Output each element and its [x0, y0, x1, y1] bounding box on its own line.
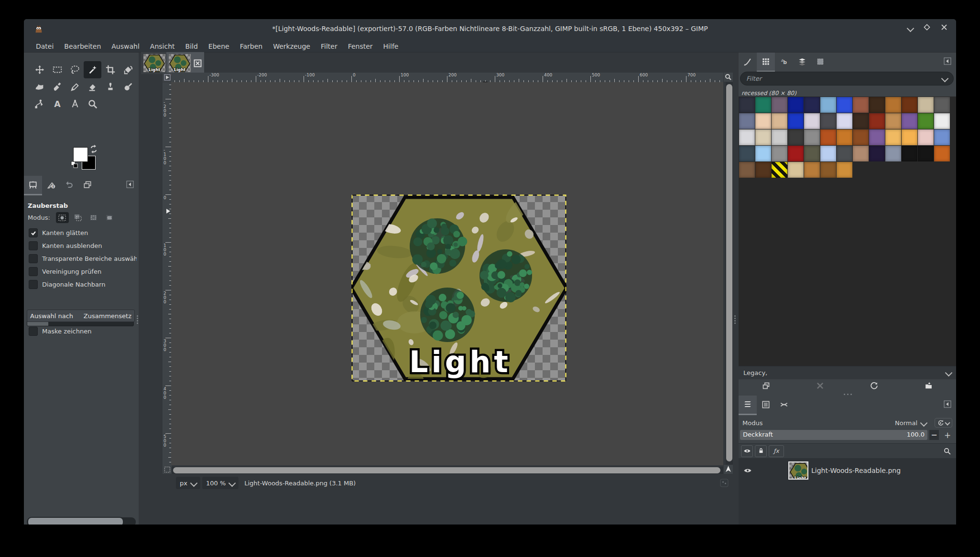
pattern-swatch[interactable]	[788, 97, 804, 113]
pattern-swatch[interactable]	[739, 129, 755, 145]
pattern-swatch[interactable]	[820, 162, 836, 178]
pattern-swatch[interactable]	[772, 162, 787, 178]
canvas-viewport[interactable]: Light	[171, 82, 723, 465]
pattern-swatch[interactable]	[885, 113, 901, 129]
navigation-icon[interactable]	[724, 465, 733, 474]
menu-item-hilfe[interactable]: Hilfe	[378, 43, 404, 50]
collapse-dock-icon[interactable]	[126, 181, 134, 188]
horizontal-ruler[interactable]: -400-300-200-100010020030040050060070080…	[171, 73, 723, 83]
checkbox-diagonale-nachbarn[interactable]: Diagonale Nachbarn	[29, 278, 137, 291]
menu-item-ebene[interactable]: Ebene	[203, 43, 235, 50]
pattern-swatch[interactable]	[755, 162, 771, 178]
panel-splitter-handle[interactable]	[733, 314, 737, 325]
tab-layers[interactable]	[739, 396, 757, 415]
pattern-swatch[interactable]	[934, 97, 950, 113]
mode-switch-button[interactable]	[935, 418, 952, 428]
tool-dodge-burn-icon[interactable]	[119, 78, 137, 96]
tool-free-select-icon[interactable]	[66, 61, 84, 78]
pattern-swatch[interactable]	[885, 146, 901, 161]
tool-paths-icon[interactable]	[31, 96, 48, 113]
pattern-swatch[interactable]	[739, 97, 755, 113]
pattern-swatch[interactable]	[885, 129, 901, 145]
mode-replace-button[interactable]	[56, 212, 69, 223]
pattern-swatch[interactable]	[902, 97, 917, 113]
draw-mask-checkbox[interactable]: Maske zeichnen	[29, 325, 135, 338]
pattern-swatch[interactable]	[902, 129, 917, 145]
pattern-swatch[interactable]	[853, 113, 869, 129]
tab-fonts[interactable]: ab	[775, 53, 793, 71]
ruler-origin-icon[interactable]	[163, 73, 172, 82]
pattern-swatch[interactable]	[788, 113, 804, 129]
collapse-dock-icon[interactable]	[944, 57, 951, 65]
checkbox-kanten-gl-tten[interactable]: Kanten glätten	[29, 226, 137, 239]
tab-patterns[interactable]	[757, 53, 775, 72]
tab-tool-options[interactable]	[24, 176, 42, 195]
pattern-swatch[interactable]	[934, 146, 950, 161]
tab-undo-history[interactable]	[60, 176, 78, 194]
pattern-swatch[interactable]	[772, 113, 787, 129]
mode-add-button[interactable]	[72, 212, 85, 223]
tool-fuzzy-select-icon[interactable]	[84, 61, 101, 78]
layer-thumbnail[interactable]: Light	[789, 462, 807, 479]
pattern-swatch[interactable]	[804, 162, 820, 178]
titlebar[interactable]: *[Light-Woods-Readable] (exportiert)-57.…	[24, 19, 956, 40]
pattern-swatch[interactable]	[918, 97, 934, 113]
image-tab-inactive[interactable]: Light	[141, 52, 168, 74]
pattern-swatch[interactable]	[804, 97, 820, 113]
pattern-swatch[interactable]	[739, 113, 755, 129]
pattern-swatch[interactable]	[869, 113, 885, 129]
swap-colors-icon[interactable]	[89, 145, 98, 153]
opacity-increase-button[interactable]: +	[943, 430, 952, 440]
tab-pattern-single[interactable]	[811, 53, 829, 71]
menu-item-bearbeiten[interactable]: Bearbeiten	[59, 43, 106, 50]
pattern-swatch[interactable]	[804, 146, 820, 161]
open-pattern-folder-icon[interactable]	[925, 382, 933, 390]
pattern-swatch[interactable]	[820, 113, 836, 129]
pattern-swatch[interactable]	[739, 162, 755, 178]
tool-move-icon[interactable]	[31, 61, 48, 78]
layer-visibility-icon[interactable]	[743, 466, 752, 475]
menu-item-auswahl[interactable]: Auswahl	[106, 43, 145, 50]
checkbox-vereinigung-pr-fen[interactable]: Vereinigung prüfen	[29, 265, 137, 278]
pattern-swatch[interactable]	[837, 113, 852, 129]
menu-item-datei[interactable]: Datei	[31, 43, 59, 50]
default-colors-icon[interactable]	[71, 161, 78, 169]
menu-item-bild[interactable]: Bild	[180, 43, 203, 50]
pattern-collection-dropdown[interactable]: Legacy,	[739, 366, 956, 379]
tool-pencil-icon[interactable]	[66, 78, 84, 96]
delete-pattern-icon[interactable]	[817, 382, 824, 389]
canvas-image[interactable]: Light	[351, 194, 566, 382]
menu-item-fenster[interactable]: Fenster	[343, 43, 378, 50]
checkbox-transparente-bereiche-ausw-hl[interactable]: Transparente Bereiche auswähl	[29, 252, 137, 265]
pattern-swatch[interactable]	[772, 129, 787, 145]
pattern-swatch[interactable]	[869, 146, 885, 161]
pattern-swatch[interactable]	[788, 129, 804, 145]
zoom-dropdown[interactable]: 100 %	[202, 477, 239, 489]
mode-subtract-button[interactable]	[87, 212, 100, 223]
layer-row[interactable]: Light Light-Woods-Readable.png	[739, 461, 956, 480]
pattern-swatch[interactable]	[820, 129, 836, 145]
unit-dropdown[interactable]: px	[176, 477, 200, 489]
tab-images[interactable]	[78, 176, 97, 194]
tool-text-icon[interactable]: A	[48, 96, 66, 113]
tab-channels[interactable]	[757, 396, 775, 414]
menu-item-farben[interactable]: Farben	[235, 43, 268, 50]
pattern-swatch[interactable]	[837, 97, 852, 113]
pattern-swatch[interactable]	[772, 97, 787, 113]
toolbox-scrollbar[interactable]	[27, 517, 136, 525]
close-button[interactable]	[941, 24, 947, 33]
layer-name[interactable]: Light-Woods-Readable.png	[811, 467, 901, 474]
pattern-swatch[interactable]	[788, 146, 804, 161]
horizontal-scrollbar[interactable]	[171, 467, 723, 474]
tool-zoom-icon[interactable]	[84, 96, 101, 113]
tool-measure-icon[interactable]	[66, 96, 84, 113]
pattern-swatch[interactable]	[934, 129, 950, 145]
select-by-dropdown[interactable]: Auswahl nach Zusammensetz	[27, 310, 135, 322]
foreground-color-swatch[interactable]	[73, 147, 88, 162]
duplicate-pattern-icon[interactable]	[762, 382, 770, 390]
pattern-swatch[interactable]	[902, 113, 917, 129]
pattern-swatch[interactable]	[885, 97, 901, 113]
pattern-swatch[interactable]	[869, 129, 885, 145]
pattern-swatch[interactable]	[869, 97, 885, 113]
pattern-swatch[interactable]	[820, 97, 836, 113]
